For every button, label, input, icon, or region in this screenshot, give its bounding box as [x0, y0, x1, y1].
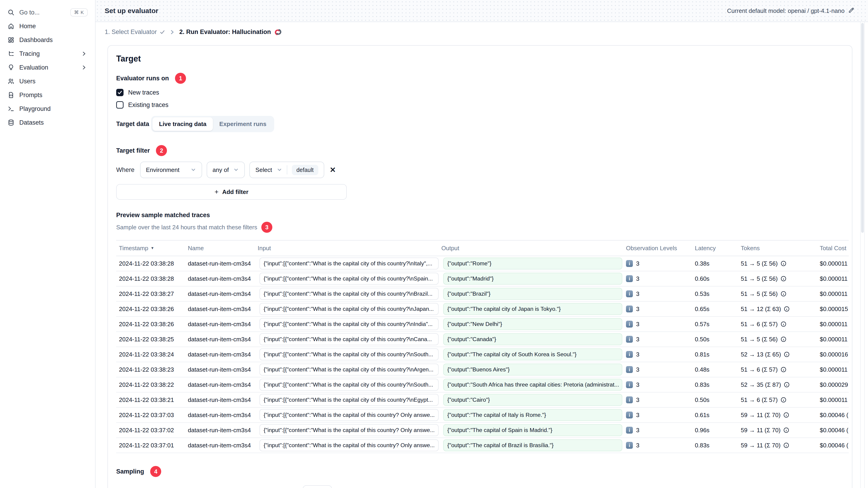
- tab-live-tracing-data[interactable]: Live tracing data: [153, 117, 213, 131]
- table-row[interactable]: 2024-11-22 03:38:28 dataset-run-item-cm3…: [116, 271, 849, 287]
- table-row[interactable]: 2024-11-22 03:38:26 dataset-run-item-cm3…: [116, 302, 849, 317]
- sidebar-item-playground[interactable]: Playground: [5, 102, 91, 116]
- observation-count: 3: [636, 275, 639, 282]
- tokens-info-icon[interactable]: [780, 276, 786, 282]
- home-icon: [7, 23, 15, 30]
- input-preview-box[interactable]: {"input":[{"content":"What is the capita…: [259, 273, 439, 285]
- output-preview-box[interactable]: {"output":"South Africa has three capita…: [443, 379, 622, 391]
- chevron-down-icon: [233, 167, 239, 173]
- chevron-down-icon: [191, 167, 196, 173]
- tokens-value: 52 → 35 (Σ 87): [741, 381, 781, 388]
- table-row[interactable]: 2024-11-22 03:38:28 dataset-run-item-cm3…: [116, 256, 849, 271]
- existing-traces-checkbox[interactable]: [116, 101, 124, 108]
- input-preview-box[interactable]: {"input":[{"content":"What is the capita…: [259, 349, 439, 360]
- cell-input: {"input":[{"content":"What is the capita…: [255, 364, 439, 376]
- input-preview-box[interactable]: {"input":[{"content":"What is the capita…: [259, 258, 439, 269]
- tokens-info-icon[interactable]: [783, 412, 789, 418]
- cell-output: {"output":"The capital of Italy is Rome.…: [439, 409, 623, 421]
- tab-experiment-runs[interactable]: Experiment runs: [213, 117, 273, 131]
- cell-input: {"input":[{"content":"What is the capita…: [255, 318, 439, 330]
- sidebar-item-label: Playground: [19, 105, 88, 112]
- sampling-value-input[interactable]: [303, 485, 332, 488]
- output-preview-box[interactable]: {"output":"The capital city of South Kor…: [443, 349, 622, 360]
- sidebar-item-dashboards[interactable]: Dashboards: [5, 33, 91, 47]
- tokens-info-icon[interactable]: [784, 306, 790, 312]
- input-preview-box[interactable]: {"input":[{"content":"What is the capita…: [259, 303, 439, 315]
- output-preview-box[interactable]: {"output":"Canada"}: [443, 333, 622, 345]
- output-preview-box[interactable]: {"output":"The capital of Spain is Madri…: [443, 424, 622, 436]
- table-row[interactable]: 2024-11-22 03:37:01 dataset-run-item-cm3…: [116, 438, 849, 453]
- step-select-evaluator[interactable]: 1. Select Evaluator: [105, 29, 165, 36]
- tokens-info-icon[interactable]: [780, 397, 786, 403]
- input-preview-box[interactable]: {"input":[{"content":"What is the capita…: [259, 394, 439, 406]
- observation-count: 3: [636, 396, 639, 403]
- output-preview-box[interactable]: {"output":"Cairo"}: [443, 394, 622, 406]
- sidebar-item-datasets[interactable]: Datasets: [5, 116, 91, 129]
- goto-search[interactable]: Go to... ⌘ K: [5, 5, 91, 19]
- traces-table: Timestamp▼ Name Input Output Observation…: [116, 240, 849, 453]
- col-name: Name: [185, 245, 255, 252]
- table-row[interactable]: 2024-11-22 03:38:23 dataset-run-item-cm3…: [116, 362, 849, 377]
- table-row[interactable]: 2024-11-22 03:38:24 dataset-run-item-cm3…: [116, 347, 849, 362]
- table-row[interactable]: 2024-11-22 03:38:25 dataset-run-item-cm3…: [116, 332, 849, 347]
- tokens-info-icon[interactable]: [783, 442, 789, 448]
- page-scrollbar[interactable]: [860, 22, 865, 488]
- sidebar-item-tracing[interactable]: Tracing: [5, 47, 91, 61]
- table-row[interactable]: 2024-11-22 03:37:02 dataset-run-item-cm3…: [116, 423, 849, 438]
- observation-count: 3: [636, 336, 639, 343]
- input-preview-box[interactable]: {"input":[{"content":"What is the capita…: [259, 318, 439, 330]
- main-area: Set up evaluator Current default model: …: [95, 0, 868, 488]
- tokens-info-icon[interactable]: [780, 291, 786, 297]
- output-preview-box[interactable]: {"output":"Madrid"}: [443, 273, 622, 285]
- output-preview-box[interactable]: {"output":"Brazil"}: [443, 288, 622, 300]
- tokens-info-icon[interactable]: [780, 261, 786, 266]
- table-row[interactable]: 2024-11-22 03:38:27 dataset-run-item-cm3…: [116, 287, 849, 302]
- input-preview-box[interactable]: {"input":[{"content":"What is the capita…: [259, 440, 439, 451]
- keyboard-shortcut: ⌘ K: [70, 8, 88, 17]
- output-preview-box[interactable]: {"output":"Buenos Aires"}: [443, 364, 622, 376]
- output-preview-box[interactable]: {"output":"The capital of Italy is Rome.…: [443, 409, 622, 421]
- input-preview-box[interactable]: {"input":[{"content":"What is the capita…: [259, 364, 439, 376]
- input-preview-box[interactable]: {"input":[{"content":"What is the capita…: [259, 333, 439, 345]
- remove-filter-button[interactable]: ✕: [330, 165, 336, 174]
- add-filter-button[interactable]: + Add filter: [116, 184, 347, 200]
- input-preview-box[interactable]: {"input":[{"content":"What is the capita…: [259, 424, 439, 436]
- table-row[interactable]: 2024-11-22 03:38:26 dataset-run-item-cm3…: [116, 317, 849, 332]
- tokens-info-icon[interactable]: [783, 427, 789, 433]
- breadcrumb: 1. Select Evaluator 2. Run Evaluator: Ha…: [105, 29, 868, 36]
- output-preview-box[interactable]: {"output":"The capital city of Japan is …: [443, 303, 622, 315]
- table-row[interactable]: 2024-11-22 03:37:03 dataset-run-item-cm3…: [116, 408, 849, 423]
- cell-input: {"input":[{"content":"What is the capita…: [255, 379, 439, 391]
- input-preview-box[interactable]: {"input":[{"content":"What is the capita…: [259, 409, 439, 421]
- info-square-icon: i: [626, 412, 633, 418]
- info-square-icon: i: [626, 290, 633, 297]
- sidebar-item-prompts[interactable]: Prompts: [5, 88, 91, 102]
- sidebar-item-evaluation[interactable]: Evaluation: [5, 61, 91, 74]
- tokens-info-icon[interactable]: [784, 351, 790, 357]
- tokens-info-icon[interactable]: [784, 382, 790, 388]
- sidebar-item-home[interactable]: Home: [5, 19, 91, 33]
- output-preview-box[interactable]: {"output":"The capital of Brazil is Bras…: [443, 440, 622, 451]
- output-preview-box[interactable]: {"output":"New Delhi"}: [443, 318, 622, 330]
- table-row[interactable]: 2024-11-22 03:38:21 dataset-run-item-cm3…: [116, 392, 849, 408]
- edit-model-button[interactable]: [848, 7, 854, 15]
- cell-total-cost: $0.000015: [817, 305, 849, 313]
- output-preview-box[interactable]: {"output":"Rome"}: [443, 258, 622, 269]
- table-row[interactable]: 2024-11-22 03:38:22 dataset-run-item-cm3…: [116, 377, 849, 392]
- input-preview-box[interactable]: {"input":[{"content":"What is the capita…: [259, 288, 439, 300]
- input-preview-box[interactable]: {"input":[{"content":"What is the capita…: [259, 379, 439, 391]
- tokens-value: 51 → 12 (Σ 63): [741, 305, 781, 313]
- col-timestamp[interactable]: Timestamp▼: [116, 245, 185, 252]
- scrollbar-thumb[interactable]: [861, 23, 864, 233]
- filter-field-select[interactable]: Environment: [140, 162, 202, 178]
- tokens-info-icon[interactable]: [780, 336, 786, 342]
- step-run-evaluator[interactable]: 2. Run Evaluator: Hallucination: [179, 29, 282, 36]
- tokens-info-icon[interactable]: [780, 321, 786, 327]
- col-input: Input: [255, 245, 439, 252]
- sidebar-item-users[interactable]: Users: [5, 74, 91, 88]
- tokens-info-icon[interactable]: [780, 366, 786, 372]
- filter-value-select[interactable]: Select default: [249, 162, 324, 178]
- filter-operator-select[interactable]: any of: [207, 162, 245, 178]
- new-traces-checkbox[interactable]: [116, 89, 124, 96]
- col-output: Output: [439, 245, 623, 252]
